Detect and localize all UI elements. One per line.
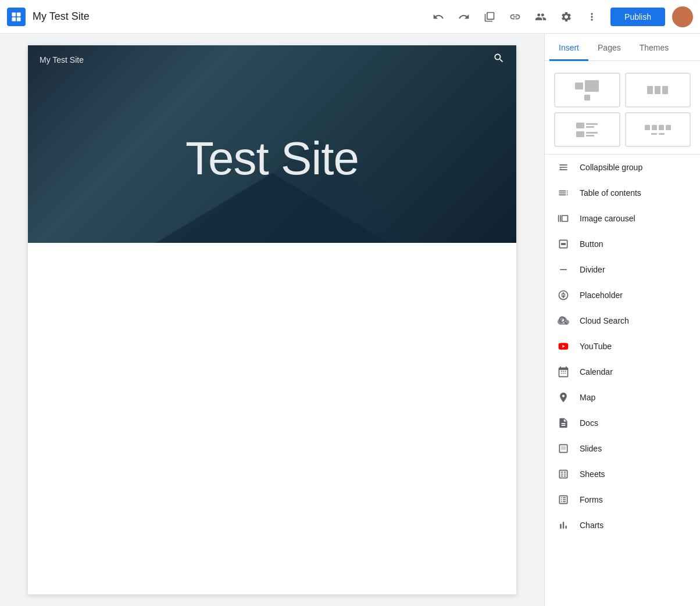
svg-rect-1 xyxy=(17,12,21,16)
insert-item-collapsible-group[interactable]: Collapsible group xyxy=(545,155,700,180)
site-hero-title: Test Site xyxy=(185,132,359,185)
forms-icon xyxy=(556,493,570,507)
youtube-icon xyxy=(556,339,570,353)
carousel-icon xyxy=(556,211,570,225)
docs-icon xyxy=(556,416,570,430)
insert-item-toc[interactable]: Table of contents xyxy=(545,180,700,206)
placeholder-label: Placeholder xyxy=(580,291,623,300)
avatar[interactable] xyxy=(672,6,693,27)
insert-item-placeholder[interactable]: Placeholder xyxy=(545,282,700,308)
site-header-nav: My Test Site xyxy=(28,45,516,74)
topbar: My Test Site Publish xyxy=(0,0,700,34)
topbar-actions: Publish xyxy=(427,5,693,28)
panel-tabs: Insert Pages Themes xyxy=(545,34,700,61)
tab-themes[interactable]: Themes xyxy=(630,34,678,61)
map-icon xyxy=(556,390,570,404)
charts-icon xyxy=(556,518,570,532)
cloud-search-icon xyxy=(556,314,570,328)
insert-item-forms[interactable]: Forms xyxy=(545,487,700,512)
insert-item-youtube[interactable]: YouTube xyxy=(545,334,700,359)
layout-thumb-2[interactable] xyxy=(625,73,691,107)
button-label: Button xyxy=(580,239,603,249)
svg-rect-0 xyxy=(12,12,16,16)
calendar-label: Calendar xyxy=(580,367,613,376)
slides-icon xyxy=(556,442,570,456)
svg-rect-4 xyxy=(561,243,566,245)
preview-button[interactable] xyxy=(478,5,501,28)
insert-item-button[interactable]: Button xyxy=(545,231,700,257)
share-button[interactable] xyxy=(529,5,552,28)
calendar-icon xyxy=(556,365,570,379)
search-icon[interactable] xyxy=(493,52,505,67)
publish-button[interactable]: Publish xyxy=(610,8,665,26)
svg-rect-2 xyxy=(12,17,16,21)
youtube-label: YouTube xyxy=(580,342,612,351)
docs-label: Docs xyxy=(580,418,598,428)
settings-button[interactable] xyxy=(555,5,578,28)
undo-button[interactable] xyxy=(427,5,450,28)
site-title: My Test Site xyxy=(33,10,427,23)
cloud-search-label: Cloud Search xyxy=(580,316,629,325)
redo-button[interactable] xyxy=(452,5,476,28)
canvas-area: My Test Site Test Site xyxy=(0,34,544,606)
layout-thumb-4[interactable] xyxy=(625,112,691,147)
insert-item-sheets[interactable]: Sheets xyxy=(545,461,700,487)
site-hero: Test Site xyxy=(28,74,516,243)
tab-insert[interactable]: Insert xyxy=(549,34,588,61)
right-panel: Insert Pages Themes xyxy=(544,34,700,606)
divider-icon xyxy=(556,263,570,277)
placeholder-icon xyxy=(556,288,570,302)
insert-item-carousel[interactable]: Image carousel xyxy=(545,206,700,231)
map-label: Map xyxy=(580,393,595,402)
forms-label: Forms xyxy=(580,495,603,504)
collapsible-icon xyxy=(556,160,570,174)
toc-icon xyxy=(556,186,570,200)
charts-label: Charts xyxy=(580,521,603,530)
sheets-icon xyxy=(556,467,570,481)
site-content xyxy=(28,243,516,591)
site-frame: My Test Site Test Site xyxy=(28,45,516,594)
insert-item-calendar[interactable]: Calendar xyxy=(545,359,700,385)
toc-label: Table of contents xyxy=(580,188,641,198)
site-header: My Test Site Test Site xyxy=(28,45,516,243)
link-button[interactable] xyxy=(503,5,527,28)
site-nav-name: My Test Site xyxy=(40,55,84,64)
slides-label: Slides xyxy=(580,444,602,453)
insert-item-slides[interactable]: Slides xyxy=(545,436,700,461)
insert-item-docs[interactable]: Docs xyxy=(545,410,700,436)
panel-content: Collapsible group Table of contents Imag… xyxy=(545,61,700,606)
collapsible-label: Collapsible group xyxy=(580,163,642,172)
layout-thumb-3[interactable] xyxy=(554,112,620,147)
tab-pages[interactable]: Pages xyxy=(588,34,630,61)
carousel-label: Image carousel xyxy=(580,214,635,223)
insert-item-cloud-search[interactable]: Cloud Search xyxy=(545,308,700,334)
insert-item-charts[interactable]: Charts xyxy=(545,512,700,538)
app-logo xyxy=(7,8,26,26)
svg-rect-3 xyxy=(17,17,21,21)
insert-item-map[interactable]: Map xyxy=(545,385,700,410)
sheets-label: Sheets xyxy=(580,469,605,479)
button-icon xyxy=(556,237,570,251)
divider-label: Divider xyxy=(580,265,605,274)
layout-grid xyxy=(545,66,700,155)
insert-item-divider[interactable]: Divider xyxy=(545,257,700,282)
more-button[interactable] xyxy=(580,5,603,28)
main-layout: My Test Site Test Site Insert Pages Them… xyxy=(0,34,700,606)
layout-thumb-1[interactable] xyxy=(554,73,620,107)
